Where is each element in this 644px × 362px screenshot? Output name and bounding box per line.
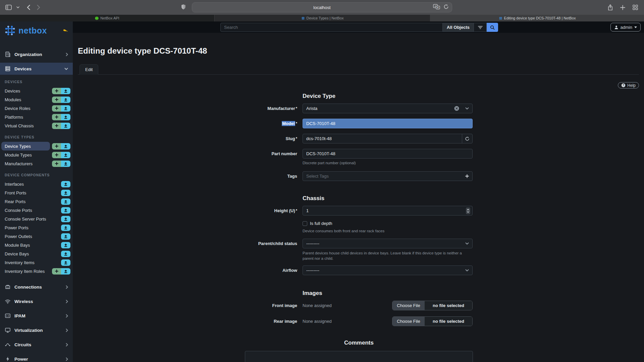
sidebar-item-interfaces[interactable]: Interfaces — [0, 180, 73, 188]
slug-input[interactable]: dcs-7010t-48 — [303, 134, 473, 143]
browser-tab-netbox-api[interactable]: NetBox API — [0, 15, 215, 21]
full-depth-checkbox[interactable] — [303, 221, 307, 226]
import-button[interactable] — [61, 152, 70, 158]
sidebar-item-console-server-ports[interactable]: Console Server Ports — [0, 215, 73, 223]
add-button[interactable] — [52, 123, 61, 129]
model-input[interactable]: DCS-7010T-48 — [303, 119, 473, 128]
share-icon[interactable] — [608, 4, 613, 11]
sidebar-toggle-icon[interactable] — [5, 5, 12, 10]
choose-file-button[interactable]: Choose File — [392, 317, 425, 326]
import-button[interactable] — [61, 190, 70, 196]
tab-overview-icon[interactable] — [633, 5, 638, 10]
search-scope-button[interactable]: All Objects — [443, 23, 474, 32]
sidebar-item-inventory-items[interactable]: Inventory Items — [0, 258, 73, 267]
sidebar-item-platforms[interactable]: Platforms — [0, 113, 73, 121]
sidebar-item-manufacturers[interactable]: Manufacturers — [0, 159, 73, 168]
tab-edit[interactable]: Edit — [79, 64, 98, 75]
back-button[interactable] — [27, 5, 30, 10]
add-button[interactable] — [52, 88, 61, 94]
import-button[interactable] — [61, 105, 70, 112]
user-menu-button[interactable]: admin — [610, 23, 641, 32]
translate-icon[interactable]: A✱ — [433, 4, 440, 9]
add-button[interactable] — [52, 105, 61, 112]
sidebar-item-rear-ports[interactable]: Rear Ports — [0, 197, 73, 206]
sidebar-group-power[interactable]: Power — [0, 353, 73, 362]
import-button[interactable] — [61, 242, 70, 248]
import-button[interactable] — [61, 251, 70, 257]
sidebar-item-inventory-item-roles[interactable]: Inventory Item Roles — [0, 267, 73, 276]
filter-button[interactable] — [474, 23, 487, 32]
sidebar-item-power-ports[interactable]: Power Ports — [0, 223, 73, 232]
sidebar-group-devices[interactable]: Devices — [0, 63, 73, 75]
import-button[interactable] — [61, 88, 70, 94]
number-stepper[interactable] — [466, 207, 470, 214]
import-button[interactable] — [61, 143, 70, 149]
sidebar-item-device-roles[interactable]: Device Roles — [0, 104, 73, 113]
browser-tab-editing-device-type[interactable]: Editing device type DCS-7010T-48 | NetBo… — [430, 15, 644, 21]
forward-button[interactable] — [37, 5, 40, 10]
browser-tab-device-types[interactable]: Device Types | NetBox — [215, 15, 430, 21]
address-bar[interactable]: localhost A✱ — [192, 2, 452, 12]
import-button[interactable] — [61, 198, 70, 205]
import-button[interactable] — [61, 225, 70, 231]
sidebar-item-module-types[interactable]: Module Types — [0, 150, 73, 159]
rear-image-file-input[interactable]: Choose File no file selected — [392, 316, 473, 326]
add-button[interactable] — [52, 114, 61, 120]
new-tab-icon[interactable] — [620, 5, 625, 10]
add-button[interactable] — [52, 268, 61, 275]
sidebar-item-power-outlets[interactable]: Power Outlets — [0, 232, 73, 241]
sidebar-group-organization[interactable]: Organization — [0, 48, 73, 60]
regenerate-slug-button[interactable] — [462, 134, 472, 143]
height-input[interactable]: 1 — [303, 206, 473, 216]
import-button[interactable] — [61, 268, 70, 275]
add-button[interactable] — [52, 143, 61, 149]
netbox-logo-icon[interactable] — [5, 25, 15, 36]
import-button[interactable] — [61, 97, 70, 103]
search-input[interactable]: Search — [220, 23, 443, 32]
sidebar-item-front-ports[interactable]: Front Ports — [0, 188, 73, 197]
add-tag-icon[interactable] — [465, 174, 469, 178]
add-button[interactable] — [52, 97, 61, 103]
airflow-select[interactable]: --------- — [303, 265, 473, 275]
part-number-input[interactable]: DCS-7010T-48 — [303, 149, 473, 159]
import-button[interactable] — [61, 259, 70, 266]
sidebar-item-console-ports[interactable]: Console Ports — [0, 206, 73, 215]
sidebar-item-virtual-chassis[interactable]: Virtual Chassis — [0, 121, 73, 130]
sidebar-group-circuits[interactable]: Circuits — [0, 339, 73, 351]
comments-textarea[interactable] — [245, 351, 473, 362]
import-button[interactable] — [61, 233, 70, 240]
import-button[interactable] — [61, 161, 70, 167]
netbox-logo-text[interactable]: netbox — [18, 26, 47, 36]
add-button[interactable] — [52, 152, 61, 158]
privacy-shield-icon[interactable] — [181, 4, 186, 10]
sidebar-group-ipam[interactable]: 10 IPAM — [0, 310, 73, 322]
import-button[interactable] — [61, 216, 70, 222]
sidebar-group-connections[interactable]: Connections — [0, 281, 73, 293]
chevron-down-icon[interactable] — [465, 269, 469, 272]
clear-selection-icon[interactable] — [454, 106, 459, 111]
sidebar-item-device-bays[interactable]: Device Bays — [0, 249, 73, 258]
reload-icon[interactable] — [443, 4, 449, 9]
help-button[interactable]: ? Help — [618, 82, 639, 88]
front-image-file-input[interactable]: Choose File no file selected — [392, 301, 473, 310]
sidebar-group-virtualization[interactable]: Virtualization — [0, 324, 73, 336]
tags-input[interactable]: Select Tags — [303, 171, 473, 181]
parent-child-select[interactable]: --------- — [303, 239, 473, 248]
sidebar-chevron-icon[interactable] — [16, 6, 19, 8]
sidebar-item-device-types[interactable]: Device Types — [0, 142, 73, 150]
import-button[interactable] — [61, 114, 70, 120]
manufacturer-select[interactable]: Arista — [303, 104, 473, 113]
search-submit-button[interactable] — [487, 23, 498, 32]
chevron-down-icon[interactable] — [465, 242, 469, 245]
sidebar-item-devices[interactable]: Devices — [0, 86, 73, 95]
sidebar-item-modules[interactable]: Modules — [0, 95, 73, 104]
import-button[interactable] — [61, 207, 70, 214]
pin-sidebar-icon[interactable] — [63, 28, 68, 33]
chevron-down-icon[interactable] — [465, 107, 469, 110]
sidebar-group-wireless[interactable]: Wireless — [0, 295, 73, 307]
choose-file-button[interactable]: Choose File — [392, 301, 425, 310]
import-button[interactable] — [61, 123, 70, 129]
import-button[interactable] — [61, 181, 70, 187]
add-button[interactable] — [52, 161, 61, 167]
sidebar-item-module-bays[interactable]: Module Bays — [0, 241, 73, 249]
